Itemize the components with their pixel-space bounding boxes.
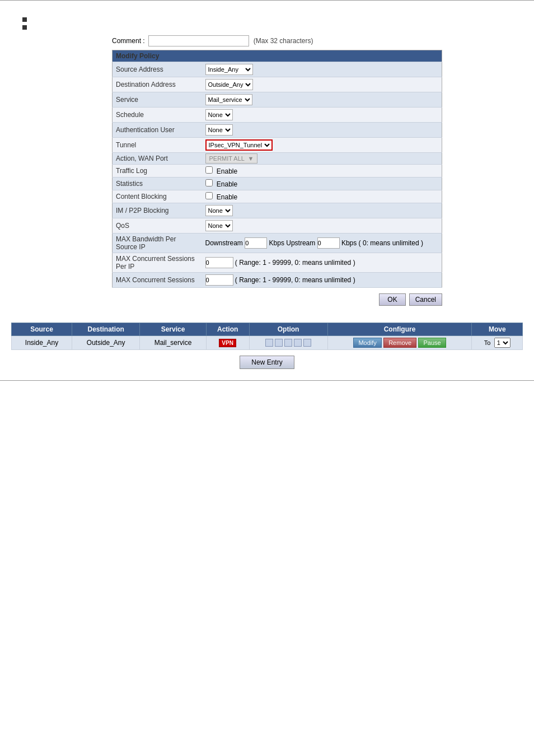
bullet-item-2 xyxy=(22,25,523,30)
pause-button[interactable]: Pause xyxy=(418,338,446,348)
row-schedule: Schedule None xyxy=(113,108,442,123)
row-move: To 1 2 3 xyxy=(472,336,523,350)
row-bandwidth: MAX Bandwidth Per Source IP Downstream K… xyxy=(113,234,442,253)
content-blocking-enable-label: Enable xyxy=(217,193,237,201)
form-buttons: OK Cancel xyxy=(112,293,442,306)
col-configure: Configure xyxy=(327,323,472,336)
ok-button[interactable]: OK xyxy=(379,293,405,306)
select-im-p2p[interactable]: None xyxy=(205,205,233,216)
modify-policy-header: Modify Policy xyxy=(113,50,442,62)
vpn-badge: VPN xyxy=(219,339,236,347)
row-service: Service Mail_service Any xyxy=(113,92,442,108)
row-action-wan: Action, WAN Port PERMIT ALL ▼ xyxy=(113,153,442,165)
select-tunnel[interactable]: IPsec_VPN_Tunnel None xyxy=(205,139,273,151)
label-content-blocking: Content Blocking xyxy=(113,190,202,203)
upstream-label: Kbps Upstream xyxy=(269,239,316,247)
row-action: VPN xyxy=(206,336,249,350)
row-im-p2p: IM / P2P Blocking None xyxy=(113,203,442,218)
checkbox-statistics[interactable] xyxy=(205,179,213,186)
select-qos[interactable]: None xyxy=(205,220,233,231)
label-qos: QoS xyxy=(113,218,202,234)
concurrent-per-ip-hint: ( Range: 1 - 99999, 0: means unlimited ) xyxy=(235,259,355,267)
action-wan-value: PERMIT ALL ▼ xyxy=(205,153,258,164)
bandwidth-suffix: Kbps ( 0: means unlimited ) xyxy=(341,239,423,247)
label-concurrent-per-ip: MAX Concurrent Sessions Per IP xyxy=(113,253,202,273)
concurrent-total-hint: ( Range: 1 - 99999, 0: means unlimited ) xyxy=(235,276,355,284)
row-source: Inside_Any xyxy=(12,336,72,350)
opt-box-2 xyxy=(275,339,283,347)
col-source: Source xyxy=(12,323,72,336)
col-service: Service xyxy=(140,323,206,336)
label-service: Service xyxy=(113,92,202,108)
statistics-enable-label: Enable xyxy=(217,180,237,188)
label-action-wan: Action, WAN Port xyxy=(113,153,202,165)
row-concurrent-per-ip: MAX Concurrent Sessions Per IP ( Range: … xyxy=(113,253,442,273)
label-traffic-log: Traffic Log xyxy=(113,165,202,178)
downstream-input[interactable] xyxy=(245,237,267,249)
modify-button[interactable]: Modify xyxy=(353,338,381,348)
label-statistics: Statistics xyxy=(113,178,202,190)
label-im-p2p: IM / P2P Blocking xyxy=(113,203,202,218)
comment-row: Comment : (Max 32 characters) xyxy=(112,35,523,46)
opt-box-5 xyxy=(303,339,311,347)
upstream-input[interactable] xyxy=(317,237,340,249)
col-option: Option xyxy=(249,323,327,336)
concurrent-per-ip-input[interactable] xyxy=(205,257,233,268)
downstream-label: Downstream xyxy=(205,239,243,247)
concurrent-total-input[interactable] xyxy=(205,274,233,286)
opt-box-1 xyxy=(265,339,273,347)
row-statistics: Statistics Enable xyxy=(113,178,442,190)
policy-list-section: Source Destination Service Action Option… xyxy=(11,323,523,369)
col-action: Action xyxy=(206,323,249,336)
col-move: Move xyxy=(472,323,523,336)
label-schedule: Schedule xyxy=(113,108,202,123)
comment-input[interactable] xyxy=(148,35,249,46)
bullet-square-2 xyxy=(22,25,27,30)
select-destination-address[interactable]: Outside_Any Inside_Any xyxy=(205,79,253,90)
bullet-item-1 xyxy=(22,17,523,22)
cancel-button[interactable]: Cancel xyxy=(409,293,442,306)
row-tunnel: Tunnel IPsec_VPN_Tunnel None xyxy=(113,138,442,153)
label-bandwidth: MAX Bandwidth Per Source IP xyxy=(113,234,202,253)
comment-hint: (Max 32 characters) xyxy=(254,37,313,45)
row-concurrent-total: MAX Concurrent Sessions ( Range: 1 - 999… xyxy=(113,273,442,288)
comment-label: Comment : xyxy=(112,37,145,45)
select-schedule[interactable]: None xyxy=(205,109,233,120)
col-destination: Destination xyxy=(72,323,140,336)
modify-policy-table: Modify Policy Source Address Inside_Any … xyxy=(112,50,442,288)
row-qos: QoS None xyxy=(113,218,442,234)
select-service[interactable]: Mail_service Any xyxy=(205,94,252,105)
select-source-address[interactable]: Inside_Any Outside_Any xyxy=(205,64,253,75)
row-destination: Outside_Any xyxy=(72,336,140,350)
select-auth-user[interactable]: None xyxy=(205,124,233,136)
new-entry-section: New Entry xyxy=(11,356,523,369)
bullet-square-1 xyxy=(22,17,27,22)
policy-list-header: Source Destination Service Action Option… xyxy=(12,323,523,336)
option-icons xyxy=(254,339,323,347)
label-auth-user: Authentication User xyxy=(113,123,202,138)
row-destination-address: Destination Address Outside_Any Inside_A… xyxy=(113,77,442,92)
checkbox-content-blocking[interactable] xyxy=(205,192,213,199)
row-traffic-log: Traffic Log Enable xyxy=(113,165,442,178)
label-destination-address: Destination Address xyxy=(113,77,202,92)
move-to-label: To xyxy=(484,339,491,346)
label-tunnel: Tunnel xyxy=(113,138,202,153)
policy-list-table: Source Destination Service Action Option… xyxy=(11,323,523,350)
label-concurrent-total: MAX Concurrent Sessions xyxy=(113,273,202,288)
row-content-blocking: Content Blocking Enable xyxy=(113,190,442,203)
row-source-address: Source Address Inside_Any Outside_Any xyxy=(113,62,442,77)
opt-box-4 xyxy=(294,339,302,347)
opt-box-3 xyxy=(284,339,292,347)
modify-policy-title: Modify Policy xyxy=(113,50,442,62)
label-source-address: Source Address xyxy=(113,62,202,77)
remove-button[interactable]: Remove xyxy=(383,338,416,348)
row-configure: Modify Remove Pause xyxy=(327,336,472,350)
row-options xyxy=(249,336,327,350)
move-to-select[interactable]: 1 2 3 xyxy=(494,338,510,348)
table-row: Inside_Any Outside_Any Mail_service VPN xyxy=(12,336,523,350)
traffic-log-enable-label: Enable xyxy=(217,167,237,175)
checkbox-traffic-log[interactable] xyxy=(205,166,213,174)
row-auth-user: Authentication User None xyxy=(113,123,442,138)
row-service: Mail_service xyxy=(140,336,206,350)
new-entry-button[interactable]: New Entry xyxy=(240,356,294,369)
